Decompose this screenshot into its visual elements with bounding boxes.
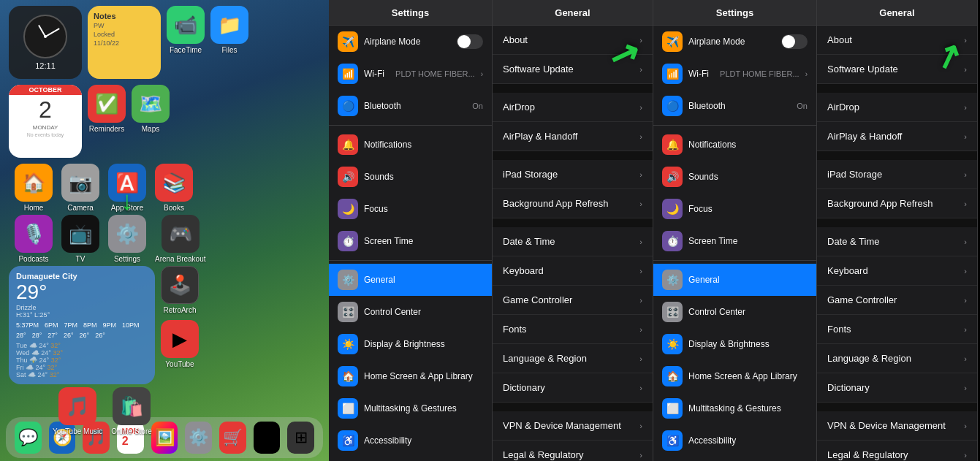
tv-icon[interactable]: 📺 TV — [61, 215, 99, 263]
airplane-mode-2[interactable]: ✈️ Airplane Mode — [653, 26, 816, 58]
reminders-icon[interactable]: ✅ Reminders — [88, 85, 126, 158]
wallpaper-2[interactable]: 🖼️ Wallpaper — [653, 457, 816, 461]
notifications-2[interactable]: 🔔 Notifications — [653, 129, 816, 161]
language-item-1[interactable]: Language & Region › — [493, 344, 653, 373]
gamecontroller-item-2[interactable]: Game Controller › — [817, 286, 977, 315]
youtube-icon[interactable]: ▶ YouTube — [161, 320, 199, 368]
multitasking-1[interactable]: ⬜ Multitasking & Gestures — [329, 392, 492, 424]
vpn-chevron-1: › — [639, 422, 642, 430]
airdrop-item-2[interactable]: AirDrop › — [817, 93, 977, 122]
backgroundapp-item-1[interactable]: Background App Refresh › — [493, 189, 653, 218]
legal-item-1[interactable]: Legal & Regulatory › — [493, 441, 653, 461]
weather-temp: 29° — [16, 281, 148, 304]
weather-widget[interactable]: Dumaguete City 29° Drizzle H:31° L:25° 5… — [9, 266, 155, 384]
vpn-chevron-2: › — [964, 422, 967, 430]
display-1[interactable]: ☀️ Display & Brightness — [329, 328, 492, 360]
podcasts-icon[interactable]: 🎙️ Podcasts — [15, 215, 53, 263]
multitasking-2[interactable]: ⬜ Multitasking & Gestures — [653, 392, 816, 424]
legal-item-2[interactable]: Legal & Regulatory › — [817, 441, 977, 461]
bluetooth-1[interactable]: 🔵 Bluetooth On — [329, 90, 492, 122]
backgroundapp-item-2[interactable]: Background App Refresh › — [817, 189, 977, 218]
onlinestore-icon[interactable]: 🛍️ Online Store — [111, 387, 152, 435]
calendar-noevents: No events today — [9, 132, 82, 137]
focus-2[interactable]: 🌙 Focus — [653, 193, 816, 225]
keyboard-item-1[interactable]: Keyboard › — [493, 256, 653, 286]
wifi-value-2: PLDT HOME FIBER... — [720, 69, 799, 78]
camera-icon[interactable]: 📷 Camera — [61, 164, 99, 212]
airplane-toggle-2[interactable] — [781, 34, 808, 49]
dictionary-chevron-1: › — [639, 384, 642, 392]
calendar-month: OCTOBER — [9, 85, 82, 95]
airplay-item-2[interactable]: AirPlay & Handoff › — [817, 122, 977, 151]
home-app-icon[interactable]: 🏠 Home — [15, 164, 53, 212]
datetime-item-1[interactable]: Date & Time › — [493, 227, 653, 256]
general-item-1[interactable]: ⚙️ General — [329, 264, 492, 296]
screentime-2[interactable]: ⏱️ Screen Time — [653, 225, 816, 257]
ipadstorage-item-1[interactable]: iPad Storage › — [493, 160, 653, 189]
dictionary-item-1[interactable]: Dictionary › — [493, 373, 653, 403]
dictionary-item-2[interactable]: Dictionary › — [817, 373, 977, 403]
airplane-text-2: Airplane Mode — [688, 37, 775, 47]
vpn-item-2[interactable]: VPN & Device Management › — [817, 411, 977, 441]
focus-1[interactable]: 🌙 Focus — [329, 193, 492, 225]
airplane-toggle-1[interactable] — [457, 34, 483, 49]
maps-icon[interactable]: 🗺️ Maps — [132, 85, 170, 158]
legal-text-2: Legal & Regulatory — [827, 449, 964, 460]
general-title-2: General — [879, 7, 914, 18]
airplay-item-1[interactable]: AirPlay & Handoff › — [493, 122, 653, 151]
fonts-item-2[interactable]: Fonts › — [817, 315, 977, 344]
sounds-2[interactable]: 🔊 Sounds — [653, 161, 816, 193]
connectivity-section-2: ✈️ Airplane Mode 📶 Wi-Fi PLDT HOME FIBER… — [653, 26, 816, 122]
arenabreakout-icon[interactable]: 🎮 Arena Breakout — [155, 215, 206, 263]
multitasking-text-2: Multitasking & Gestures — [688, 403, 808, 414]
notes-widget[interactable]: Notes PW Locked 11/10/22 — [88, 6, 161, 79]
controlcenter-text-1: Control Center — [364, 307, 483, 317]
legal-text-1: Legal & Regulatory — [503, 449, 639, 460]
vpn-item-1[interactable]: VPN & Device Management › — [493, 411, 653, 441]
accessibility-2[interactable]: ♿ Accessibility — [653, 424, 816, 457]
sounds-1[interactable]: 🔊 Sounds — [329, 161, 492, 193]
files-icon[interactable]: 📁 Files — [210, 6, 248, 54]
dictionary-text-1: Dictionary — [503, 382, 639, 393]
accessibility-icon-1: ♿ — [338, 430, 358, 451]
bluetooth-icon-2: 🔵 — [662, 96, 683, 116]
homescreen-2[interactable]: 🏠 Home Screen & App Library — [653, 360, 816, 392]
display-2[interactable]: ☀️ Display & Brightness — [653, 328, 816, 360]
screentime-1[interactable]: ⏱️ Screen Time — [329, 225, 492, 257]
ipadstorage-item-2[interactable]: iPad Storage › — [817, 160, 977, 189]
accessibility-1[interactable]: ♿ Accessibility — [329, 424, 492, 457]
books-icon[interactable]: 📚 Books — [155, 164, 193, 212]
backgroundapp-text-2: Background App Refresh — [827, 198, 964, 209]
general-title-1: General — [555, 7, 590, 18]
datetime-item-2[interactable]: Date & Time › — [817, 227, 977, 256]
controlcenter-2[interactable]: 🎛️ Control Center — [653, 296, 816, 328]
airplane-mode-1[interactable]: ✈️ Airplane Mode — [329, 26, 492, 58]
wallpaper-1[interactable]: 🖼️ Wallpaper — [329, 457, 492, 461]
bluetooth-2[interactable]: 🔵 Bluetooth On — [653, 90, 816, 122]
settings-home-icon[interactable]: ⚙️ Settings ↓ — [108, 215, 146, 263]
wifi-2[interactable]: 📶 Wi-Fi PLDT HOME FIBER... › — [653, 58, 816, 90]
wifi-1[interactable]: 📶 Wi-Fi PLDT HOME FIBER... › — [329, 58, 492, 90]
retroarch-icon[interactable]: 🕹️ RetroArch — [161, 266, 199, 314]
fonts-item-1[interactable]: Fonts › — [493, 315, 653, 344]
bluetooth-icon-1: 🔵 — [338, 96, 358, 116]
wifi-chevron-1: › — [481, 70, 483, 78]
files-label: Files — [221, 46, 237, 54]
general-icon-1: ⚙️ — [338, 270, 358, 290]
settings-body-2: ✈️ Airplane Mode 📶 Wi-Fi PLDT HOME FIBER… — [653, 26, 816, 461]
youtubemusic-icon[interactable]: 🎵 YouTube Music — [53, 387, 102, 435]
facetime-icon[interactable]: 📹 FaceTime — [167, 6, 205, 54]
airdrop-item-1[interactable]: AirDrop › — [493, 93, 653, 122]
language-chevron-2: › — [964, 354, 967, 363]
gamecontroller-item-1[interactable]: Game Controller › — [493, 286, 653, 315]
clock-widget[interactable]: 12:11 — [9, 6, 82, 79]
controlcenter-1[interactable]: 🎛️ Control Center — [329, 296, 492, 328]
language-item-2[interactable]: Language & Region › — [817, 344, 977, 373]
notifications-1[interactable]: 🔔 Notifications — [329, 129, 492, 161]
calendar-widget[interactable]: OCTOBER 2 MONDAY No events today — [9, 85, 82, 158]
retroarch-img: 🕹️ — [161, 266, 199, 304]
bluetooth-value-2: On — [797, 102, 808, 110]
homescreen-1[interactable]: 🏠 Home Screen & App Library — [329, 360, 492, 392]
general-item-2[interactable]: ⚙️ General — [653, 264, 816, 296]
keyboard-item-2[interactable]: Keyboard › — [817, 256, 977, 286]
